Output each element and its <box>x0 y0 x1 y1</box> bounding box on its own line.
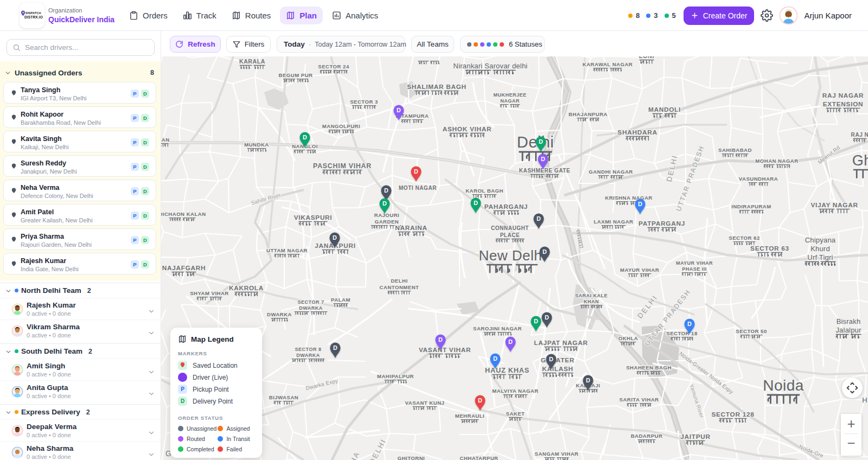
svg-text:LAXMI NAGAR: LAXMI NAGAR <box>594 219 634 225</box>
svg-text:DWARKA: DWARKA <box>296 353 320 358</box>
svg-text:D: D <box>537 215 541 222</box>
svg-text:RAJ N: RAJ N <box>851 132 868 138</box>
svg-text:MALVIYA NAGAR: MALVIYA NAGAR <box>492 388 538 394</box>
svg-text:D: D <box>333 234 337 241</box>
svg-text:SECTOR 128: SECTOR 128 <box>711 411 754 418</box>
svg-text:D: D <box>687 321 692 327</box>
svg-text:SECTOR 3: SECTOR 3 <box>350 99 378 105</box>
svg-text:VASANT VIHAR: VASANT VIHAR <box>419 346 471 354</box>
svg-text:VASUNDHARA: VASUNDHARA <box>739 176 778 182</box>
svg-text:BEGUM PUR: BEGUM PUR <box>279 72 313 78</box>
svg-text:SAKET: SAKET <box>506 411 525 417</box>
svg-text:MAYUR VIHAR: MAYUR VIHAR <box>676 260 713 266</box>
svg-text:RAJOURI: RAJOURI <box>374 212 400 218</box>
svg-text:Nirankari Sarovar delhi: Nirankari Sarovar delhi <box>454 62 528 70</box>
svg-text:PHASE III: PHASE III <box>682 266 706 272</box>
svg-text:D: D <box>549 356 553 362</box>
svg-text:DWARKA: DWARKA <box>267 311 292 317</box>
svg-text:Khurd: Khurd <box>810 245 830 253</box>
svg-text:DICHAON KALAN: DICHAON KALAN <box>161 211 206 217</box>
svg-text:KASHMERE GATE: KASHMERE GATE <box>519 168 570 174</box>
svg-text:MEHRAULI: MEHRAULI <box>455 413 484 419</box>
svg-text:CANTONMENT: CANTONMENT <box>380 284 419 290</box>
svg-text:PALAM: PALAM <box>331 297 350 303</box>
svg-text:LAN: LAN <box>161 137 170 143</box>
svg-text:LAJPAT NAGAR: LAJPAT NAGAR <box>534 339 588 347</box>
svg-text:D: D <box>638 201 642 207</box>
svg-text:D: D <box>414 168 418 175</box>
svg-text:JAITPUR: JAITPUR <box>680 433 711 440</box>
svg-text:MOHAN NAGAR: MOHAN NAGAR <box>755 158 798 164</box>
svg-text:D: D <box>542 248 547 255</box>
svg-text:SHAHEEN BAGH: SHAHEEN BAGH <box>626 365 672 370</box>
svg-text:New Delhi: New Delhi <box>479 247 546 264</box>
svg-text:PATPARGANJ: PATPARGANJ <box>639 220 685 227</box>
svg-text:KARALA: KARALA <box>239 58 265 65</box>
svg-text:SHAHDARA: SHAHDARA <box>617 129 657 136</box>
svg-text:PASCHIM VIHAR: PASCHIM VIHAR <box>313 162 372 170</box>
svg-text:GHITORNI: GHITORNI <box>398 455 425 460</box>
svg-text:VIJAY NAGAR: VIJAY NAGAR <box>810 201 858 209</box>
svg-text:RAJ NAGAR: RAJ NAGAR <box>822 92 864 99</box>
svg-text:ASHOK VIHAR: ASHOK VIHAR <box>443 125 492 133</box>
svg-text:DISPATCH: DISPATCH <box>25 11 41 14</box>
svg-text:D: D <box>438 336 443 343</box>
svg-text:EXTENSION: EXTENSION <box>823 100 864 108</box>
svg-text:Delhi: Delhi <box>517 133 554 151</box>
svg-text:D: D <box>586 377 590 384</box>
svg-text:MANGOLPURI: MANGOLPURI <box>322 123 360 129</box>
svg-text:PLACE: PLACE <box>500 232 520 238</box>
svg-text:D: D <box>303 134 307 140</box>
svg-text:SHYAM VIHAR: SHYAM VIHAR <box>190 290 229 296</box>
svg-text:Urf Tigri: Urf Tigri <box>807 253 833 261</box>
svg-text:SANGAM VIHAR: SANGAM VIHAR <box>535 451 579 457</box>
svg-text:Chipyana: Chipyana <box>805 236 836 244</box>
svg-text:CHHATARPUR: CHHATARPUR <box>459 455 498 460</box>
svg-text:D: D <box>534 318 538 324</box>
svg-text:SAROJINI NAGAR: SAROJINI NAGAR <box>473 325 522 331</box>
svg-text:MUNDKA: MUNDKA <box>244 142 269 148</box>
svg-text:KAKROLA: KAKROLA <box>229 284 264 292</box>
svg-text:Gha: Gha <box>852 152 868 169</box>
svg-text:BIJWASAN: BIJWASAN <box>269 394 298 400</box>
svg-text:SECTOR 62: SECTOR 62 <box>729 235 760 241</box>
svg-text:D: D <box>384 187 388 194</box>
svg-text:MUKHERJEE: MUKHERJEE <box>493 92 526 98</box>
svg-text:SAHIBABAD: SAHIBABAD <box>718 147 752 153</box>
svg-text:MOTI NAGAR: MOTI NAGAR <box>399 185 437 191</box>
svg-text:KAROL BAGH: KAROL BAGH <box>465 188 503 194</box>
svg-text:D: D <box>478 397 482 404</box>
svg-text:H: H <box>862 396 867 404</box>
svg-text:SECTOR 8: SECTOR 8 <box>295 347 322 352</box>
svg-text:DELHI: DELHI <box>391 278 407 284</box>
svg-text:KARAWAL NAGAR: KARAWAL NAGAR <box>583 61 633 67</box>
svg-text:OKHLA: OKHLA <box>618 335 639 341</box>
svg-text:HAUZ KHAS: HAUZ KHAS <box>485 367 529 374</box>
svg-text:D: D <box>541 156 545 162</box>
svg-text:D: D <box>333 344 337 351</box>
svg-text:INDIRAPURAM: INDIRAPURAM <box>731 203 771 209</box>
svg-text:GANDHI NAGAR: GANDHI NAGAR <box>589 169 633 175</box>
svg-text:D: D <box>397 107 401 113</box>
svg-text:D: D <box>508 338 513 345</box>
svg-text:BADARPUR: BADARPUR <box>631 433 663 439</box>
svg-text:NARAINA: NARAINA <box>395 224 427 232</box>
svg-text:D: D <box>474 200 478 206</box>
svg-text:NAGAR: NAGAR <box>500 98 520 104</box>
svg-text:PAHARGANJ: PAHARGANJ <box>484 203 528 210</box>
svg-text:SECTOR 50: SECTOR 50 <box>736 328 767 334</box>
svg-text:D: D <box>493 355 497 362</box>
svg-text:Noida: Noida <box>763 377 804 394</box>
svg-text:D: D <box>539 138 543 145</box>
svg-text:VASANT KUNJ: VASANT KUNJ <box>405 400 445 406</box>
svg-text:UTTAM NAGAR: UTTAM NAGAR <box>266 247 308 253</box>
svg-text:SECTOR 63: SECTOR 63 <box>750 245 789 252</box>
svg-text:CONNAUGHT: CONNAUGHT <box>491 225 529 231</box>
svg-text:DWARKA: DWARKA <box>299 305 323 311</box>
svg-text:SARITA VIHAR: SARITA VIHAR <box>620 397 659 403</box>
svg-text:Jalalpur: Jalalpur <box>835 326 861 334</box>
svg-text:SARAI KALE: SARAI KALE <box>575 293 608 298</box>
svg-text:VIKASPURI: VIKASPURI <box>294 214 333 221</box>
svg-text:LONI: LONI <box>639 56 655 59</box>
svg-text:GREATER: GREATER <box>541 356 575 364</box>
